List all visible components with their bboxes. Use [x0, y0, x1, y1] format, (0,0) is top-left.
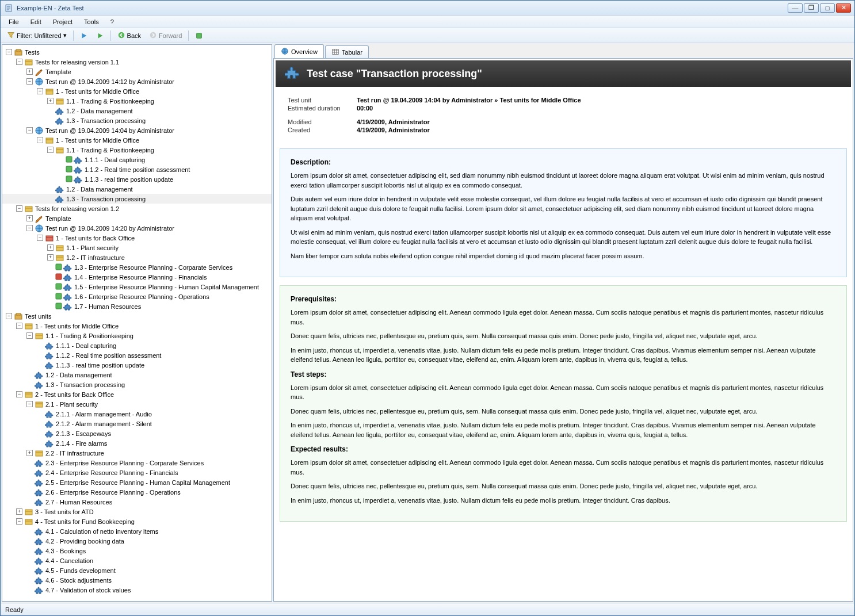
tree-item[interactable]: 2.1.3 - Escapeways: [2, 428, 272, 438]
menu-project[interactable]: Project: [47, 17, 78, 26]
tree-item[interactable]: −Tests for releasing version 1.2: [2, 204, 272, 213]
tree-item[interactable]: −1.1 - Trading & Positionkeeping: [2, 145, 272, 155]
green-tool-button[interactable]: [192, 30, 206, 41]
tree-item[interactable]: 1.7 - Human Resources: [2, 301, 272, 311]
tree-item[interactable]: 1.1.3 - real time position update: [2, 360, 272, 370]
tree-expander-icon[interactable]: −: [16, 518, 22, 525]
tree-item[interactable]: −Test run @ 19.04.2009 14:04 by Administ…: [2, 125, 272, 135]
tree-expander-icon[interactable]: −: [26, 401, 33, 407]
tree-item[interactable]: 1.1.1 - Deal capturing: [2, 155, 272, 164]
restore-button[interactable]: ❐: [804, 3, 819, 13]
tree-item[interactable]: 4.5 - Funds development: [2, 565, 272, 575]
tree-item[interactable]: 1.1.2 - Real time position assessment: [2, 164, 272, 174]
tree-item[interactable]: 1.3 - Transaction processing: [2, 116, 272, 125]
tree-view[interactable]: −Tests−Tests for releasing version 1.1+T…: [2, 44, 272, 602]
tree-item[interactable]: +Template: [2, 213, 272, 223]
tree-item[interactable]: 1.2 - Data management: [2, 106, 272, 116]
tree-item[interactable]: +1.1 - Plant security: [2, 243, 272, 252]
tree-expander-icon[interactable]: +: [47, 98, 54, 104]
tree-item[interactable]: −Tests: [2, 47, 272, 57]
tree-item[interactable]: 1.2 - Data management: [2, 184, 272, 194]
tree-item[interactable]: 4.1 - Calculation of netto inventory ite…: [2, 526, 272, 536]
tree-expander-icon[interactable]: +: [47, 254, 54, 261]
play-green-button[interactable]: [93, 30, 107, 41]
tree-item[interactable]: −2 - Test units for Back Office: [2, 389, 272, 399]
menu-help[interactable]: ?: [105, 17, 120, 26]
tree-item[interactable]: 4.6 - Stock adjustments: [2, 575, 272, 585]
tree-item[interactable]: −Test units: [2, 311, 272, 321]
back-button[interactable]: Back: [114, 29, 144, 42]
tree-item[interactable]: 1.3 - Enterprise Resource Planning - Cor…: [2, 262, 272, 272]
tree-expander-icon[interactable]: −: [16, 391, 22, 397]
tree-expander-icon[interactable]: −: [16, 59, 22, 65]
tree-item[interactable]: 1.1.1 - Deal capturing: [2, 340, 272, 350]
close-button[interactable]: ✕: [836, 3, 851, 13]
tree-item[interactable]: 1.1.3 - real time position update: [2, 174, 272, 184]
tree-item[interactable]: +Template: [2, 67, 272, 76]
tree-expander-icon[interactable]: −: [26, 78, 33, 85]
tree-item[interactable]: 2.1.4 - Fire alarms: [2, 438, 272, 448]
tree-item[interactable]: 2.7 - Human Resources: [2, 497, 272, 507]
tree-item[interactable]: −Tests for releasing version 1.1: [2, 57, 272, 67]
tree-item[interactable]: 4.3 - Bookings: [2, 546, 272, 556]
tree-item[interactable]: +3 - Test units for ATD: [2, 507, 272, 516]
tree-expander-icon[interactable]: −: [37, 235, 43, 241]
tree-item[interactable]: −1 - Test units for Middle Office: [2, 321, 272, 331]
tree-item[interactable]: −2.1 - Plant security: [2, 399, 272, 409]
tree-expander-icon[interactable]: −: [26, 127, 33, 133]
tree-item[interactable]: −1.1 - Trading & Positionkeeping: [2, 331, 272, 340]
menu-edit[interactable]: Edit: [25, 17, 47, 26]
tree-item[interactable]: +2.2 - IT infrastructure: [2, 448, 272, 458]
titlebar[interactable]: Example-EN - Zeta Test — ❐ □ ✕: [1, 1, 854, 16]
tree-item[interactable]: −1 - Test units for Middle Office: [2, 135, 272, 145]
tree-item[interactable]: −Test run @ 19.04.2009 14:20 by Administ…: [2, 223, 272, 233]
tree-expander-icon[interactable]: −: [16, 323, 22, 329]
tree-item[interactable]: 2.3 - Enterprise Resource Planning - Cor…: [2, 458, 272, 468]
play-button[interactable]: [77, 30, 91, 41]
tree-item[interactable]: 2.1.2 - Alarm management - Silent: [2, 419, 272, 428]
tree-expander-icon[interactable]: −: [16, 205, 22, 212]
detail-scroll[interactable]: Test case "Transaction processing" Test …: [273, 58, 853, 602]
tree-expander-icon[interactable]: −: [26, 332, 33, 339]
tree-item[interactable]: +1.2 - IT infrastructure: [2, 252, 272, 262]
tree-item[interactable]: −Test run @ 19.04.2009 14:12 by Administ…: [2, 76, 272, 86]
tab-tabular[interactable]: Tabular: [325, 45, 369, 58]
forward-button[interactable]: Forward: [146, 29, 185, 42]
tree-item[interactable]: 2.1.1 - Alarm management - Audio: [2, 409, 272, 419]
tree-expander-icon[interactable]: −: [37, 137, 43, 143]
filter-button[interactable]: Filter: Unfiltered ▾: [4, 29, 70, 42]
tree-item[interactable]: −1 - Test units for Back Office: [2, 233, 272, 243]
tree-expander-icon[interactable]: +: [26, 450, 33, 456]
tree-item[interactable]: 4.2 - Providing booking data: [2, 536, 272, 546]
tree-item[interactable]: 1.5 - Enterprise Resource Planning - Hum…: [2, 282, 272, 292]
tree-item[interactable]: 1.3 - Transaction processing: [2, 380, 272, 389]
app-icon: [4, 3, 13, 13]
tree-item[interactable]: 2.6 - Enterprise Resource Planning - Ope…: [2, 487, 272, 497]
tree-expander-icon[interactable]: −: [26, 225, 33, 231]
tree-item[interactable]: 4.7 - Validation of stock values: [2, 585, 272, 595]
tree-item[interactable]: 1.4 - Enterprise Resource Planning - Fin…: [2, 272, 272, 282]
tree-item[interactable]: 1.1.2 - Real time position assessment: [2, 350, 272, 360]
tree-item[interactable]: −1 - Test units for Middle Office: [2, 86, 272, 96]
tree-item[interactable]: +1.1 - Trading & Positionkeeping: [2, 96, 272, 106]
tree-item[interactable]: 1.6 - Enterprise Resource Planning - Ope…: [2, 292, 272, 301]
tree-expander-icon[interactable]: −: [37, 88, 43, 94]
tab-overview[interactable]: Overview: [274, 44, 324, 58]
tree-item[interactable]: 2.5 - Enterprise Resource Planning - Hum…: [2, 477, 272, 487]
tree-expander-icon[interactable]: +: [47, 244, 54, 251]
tree-item[interactable]: 4.4 - Cancelation: [2, 556, 272, 565]
minimize-button[interactable]: —: [788, 3, 803, 13]
tree-expander-icon[interactable]: −: [6, 49, 12, 55]
tree-expander-icon[interactable]: +: [16, 508, 22, 515]
menu-file[interactable]: File: [3, 17, 25, 26]
tree-item[interactable]: −4 - Test units for Fund Bookkeeping: [2, 516, 272, 526]
tree-expander-icon[interactable]: −: [6, 313, 12, 319]
tree-item[interactable]: 2.4 - Enterprise Resource Planning - Fin…: [2, 468, 272, 477]
tree-item[interactable]: 1.3 - Transaction processing: [2, 194, 272, 204]
tree-expander-icon[interactable]: +: [26, 215, 33, 221]
tree-expander-icon[interactable]: +: [26, 68, 33, 75]
tree-item[interactable]: 1.2 - Data management: [2, 370, 272, 380]
maximize-button[interactable]: □: [820, 3, 835, 13]
tree-expander-icon[interactable]: −: [47, 147, 54, 153]
menu-tools[interactable]: Tools: [78, 17, 105, 26]
